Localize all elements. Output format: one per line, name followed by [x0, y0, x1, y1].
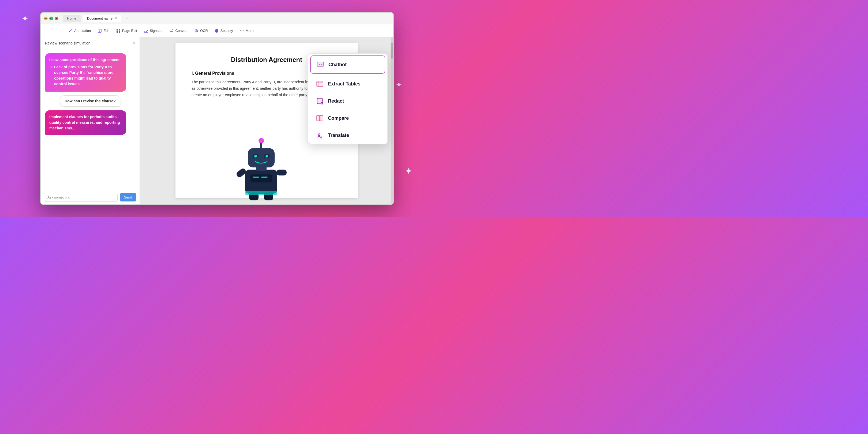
dropdown-translate[interactable]: 文 A Translate: [310, 127, 385, 144]
content-area: Review scenario simulation ✕ I saw some …: [41, 37, 393, 205]
svg-rect-7: [119, 31, 120, 33]
toolbar-annotation[interactable]: Annotation: [65, 27, 93, 35]
forward-icon: →: [56, 29, 59, 33]
toolbar-edit[interactable]: Edit: [95, 27, 112, 35]
toolbar-page-edit[interactable]: Page Edit: [113, 27, 140, 35]
dropdown-compare[interactable]: Compare: [310, 110, 385, 127]
svg-point-26: [260, 139, 262, 142]
window-controls: — □ ✕: [44, 17, 58, 20]
maximize-button[interactable]: □: [49, 17, 53, 20]
chat-header: Review scenario simulation ✕: [41, 37, 140, 49]
convert-icon: [169, 28, 174, 33]
svg-point-23: [266, 155, 268, 157]
ai-message-1-text: I saw some problems of this agreement.: [49, 58, 121, 62]
browser-window: — □ ✕ Home Document name ✕ + ← →: [40, 12, 394, 205]
send-label: Send: [124, 195, 132, 199]
svg-rect-32: [317, 62, 323, 67]
chat-sidebar: Review scenario simulation ✕ I saw some …: [41, 37, 140, 205]
forward-button[interactable]: →: [54, 27, 61, 35]
svg-rect-16: [253, 177, 259, 178]
svg-text:A: A: [320, 135, 322, 139]
edit-icon: [97, 28, 102, 33]
ai-message-2-text: Implement clauses for periodic audits, q…: [49, 115, 120, 130]
extract-tables-label: Extract Tables: [328, 81, 361, 87]
sparkle-decoration-1: ✦: [22, 13, 29, 24]
svg-rect-15: [250, 175, 272, 182]
more-label: More: [246, 29, 254, 33]
svg-rect-17: [261, 177, 268, 178]
scrollbar[interactable]: [391, 37, 393, 205]
compare-icon: [316, 114, 324, 122]
edit-label: Edit: [103, 29, 109, 33]
redact-label: Redact: [328, 98, 344, 104]
extract-tables-icon: [316, 80, 324, 88]
svg-point-33: [319, 64, 320, 65]
dropdown-redact[interactable]: + Redact: [310, 92, 385, 110]
close-button[interactable]: ✕: [55, 17, 58, 20]
scrollbar-thumb[interactable]: [391, 42, 393, 59]
user-message-1: How can I revise the clause?: [60, 95, 120, 106]
svg-text:+: +: [321, 102, 322, 105]
svg-rect-28: [277, 169, 287, 176]
compare-label: Compare: [328, 116, 349, 121]
annotation-icon: [68, 28, 73, 33]
robot-illustration: [235, 135, 288, 205]
ai-message-1: I saw some problems of this agreement. L…: [45, 53, 126, 92]
minimize-button[interactable]: —: [44, 17, 48, 20]
chat-title: Review scenario simulation: [45, 41, 91, 45]
chatbot-label: Chatbot: [329, 62, 347, 67]
dropdown-chatbot[interactable]: Chatbot: [310, 56, 385, 74]
svg-rect-35: [317, 81, 323, 87]
tab-home[interactable]: Home: [63, 15, 81, 22]
security-label: Security: [220, 29, 233, 33]
svg-point-9: [195, 29, 198, 32]
svg-rect-45: [317, 116, 320, 121]
svg-point-13: [243, 30, 244, 31]
sparkle-decoration-3: ✦: [405, 165, 412, 177]
toolbar-more[interactable]: More: [237, 27, 256, 35]
chatbot-icon: [316, 60, 325, 69]
toolbar: ← → Annotation: [41, 24, 393, 37]
user-message-1-text: How can I revise the clause?: [65, 99, 116, 103]
chat-close-button[interactable]: ✕: [132, 40, 135, 45]
svg-rect-4: [117, 29, 118, 31]
nav-controls: ← →: [45, 27, 61, 35]
svg-rect-31: [245, 191, 277, 195]
signature-label: Signatur: [150, 29, 163, 33]
redact-icon: +: [316, 97, 324, 105]
svg-rect-46: [320, 116, 323, 121]
sparkle-decoration-4: ✦: [396, 81, 402, 89]
annotation-label: Annotation: [74, 29, 91, 33]
toolbar-convert[interactable]: Convert: [166, 27, 190, 35]
svg-rect-19: [248, 148, 275, 167]
back-icon: ←: [47, 29, 51, 33]
signature-icon: [144, 28, 148, 33]
chat-messages: I saw some problems of this agreement. L…: [41, 49, 140, 190]
page-edit-label: Page Edit: [122, 29, 137, 33]
svg-rect-5: [119, 29, 120, 31]
chat-input[interactable]: [44, 193, 118, 202]
toolbar-signature[interactable]: Signatur: [141, 27, 165, 35]
more-icon: [240, 28, 244, 33]
svg-rect-6: [117, 31, 118, 33]
svg-point-12: [241, 30, 242, 31]
svg-point-22: [254, 155, 257, 157]
ai-message-2: Implement clauses for periodic audits, q…: [45, 111, 126, 135]
send-button[interactable]: Send: [120, 193, 136, 202]
convert-label: Convert: [175, 29, 188, 33]
back-button[interactable]: ←: [45, 27, 53, 35]
add-tab-button[interactable]: +: [124, 15, 130, 22]
page-edit-icon: [116, 28, 121, 33]
translate-icon: 文 A: [316, 131, 324, 140]
toolbar-security[interactable]: Security: [212, 27, 236, 35]
tab-close-icon[interactable]: ✕: [115, 17, 117, 20]
svg-point-10: [196, 30, 197, 31]
tab-document[interactable]: Document name ✕: [83, 15, 121, 22]
toolbar-ocr[interactable]: OCR: [191, 27, 211, 35]
ocr-label: OCR: [200, 29, 208, 33]
dropdown-extract-tables[interactable]: Extract Tables: [310, 75, 385, 92]
translate-label: Translate: [328, 133, 349, 138]
ai-message-1-list-item: Lack of provisions for Party A to overse…: [54, 64, 122, 87]
title-bar: — □ ✕ Home Document name ✕ +: [41, 12, 393, 24]
ocr-icon: [194, 28, 199, 33]
